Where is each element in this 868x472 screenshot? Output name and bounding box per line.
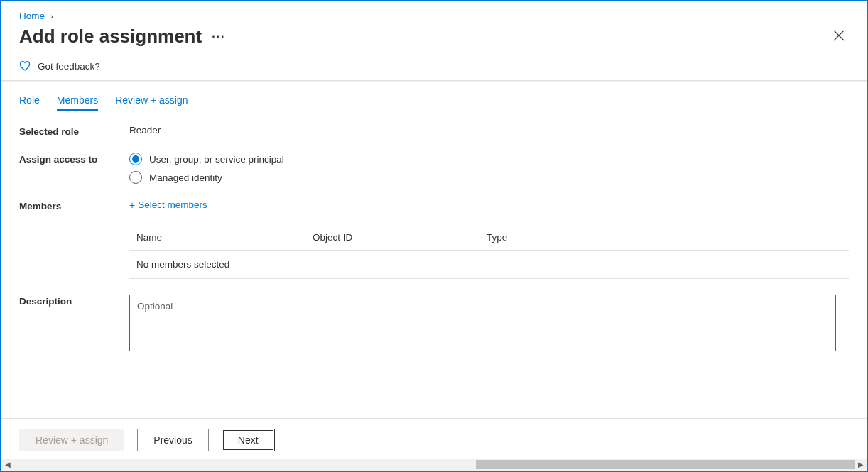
radio-managed-identity[interactable]: Managed identity	[129, 171, 849, 184]
tabs: Role Members Review + assign	[19, 82, 849, 125]
column-header-name[interactable]: Name	[129, 226, 307, 251]
assign-access-label: Assign access to	[19, 153, 129, 165]
tab-review-assign[interactable]: Review + assign	[115, 94, 188, 111]
tab-members[interactable]: Members	[57, 94, 98, 111]
column-header-type[interactable]: Type	[481, 226, 849, 251]
chevron-right-icon: ›	[50, 12, 53, 21]
next-button[interactable]: Next	[222, 429, 275, 451]
scroll-left-icon[interactable]: ◀	[1, 459, 13, 471]
column-header-object-id[interactable]: Object ID	[307, 226, 481, 251]
previous-button[interactable]: Previous	[137, 429, 208, 451]
description-textarea[interactable]	[129, 295, 836, 351]
review-assign-button: Review + assign	[19, 429, 124, 451]
breadcrumb-home-link[interactable]: Home	[19, 11, 45, 21]
plus-icon: +	[129, 200, 135, 210]
close-icon[interactable]	[829, 26, 849, 48]
page-title: Add role assignment	[19, 26, 202, 48]
members-table: Name Object ID Type No members selected	[129, 226, 849, 279]
members-label: Members	[19, 199, 129, 212]
radio-managed-identity-label: Managed identity	[149, 172, 222, 183]
feedback-label: Got feedback?	[38, 61, 100, 72]
scroll-right-icon[interactable]: ▶	[855, 459, 867, 471]
radio-icon	[129, 153, 142, 165]
members-empty-text: No members selected	[129, 250, 849, 278]
horizontal-scrollbar[interactable]: ◀ ▶	[1, 459, 867, 471]
feedback-link[interactable]: Got feedback?	[19, 60, 849, 80]
select-members-link[interactable]: + Select members	[129, 199, 207, 210]
table-row-empty: No members selected	[129, 250, 849, 278]
selected-role-value: Reader	[129, 125, 849, 136]
description-label: Description	[19, 295, 129, 307]
scrollbar-thumb[interactable]	[476, 460, 855, 469]
selected-role-label: Selected role	[19, 125, 129, 137]
radio-icon	[129, 171, 142, 184]
select-members-text: Select members	[138, 199, 207, 210]
radio-user-group-label: User, group, or service principal	[149, 154, 284, 165]
more-actions-icon[interactable]: ···	[212, 31, 225, 43]
breadcrumb: Home ›	[19, 11, 849, 21]
main-scroll-area[interactable]: Role Members Review + assign Selected ro…	[1, 82, 867, 418]
radio-user-group-service-principal[interactable]: User, group, or service principal	[129, 153, 849, 165]
heart-icon	[19, 60, 31, 72]
tab-role[interactable]: Role	[19, 94, 40, 111]
